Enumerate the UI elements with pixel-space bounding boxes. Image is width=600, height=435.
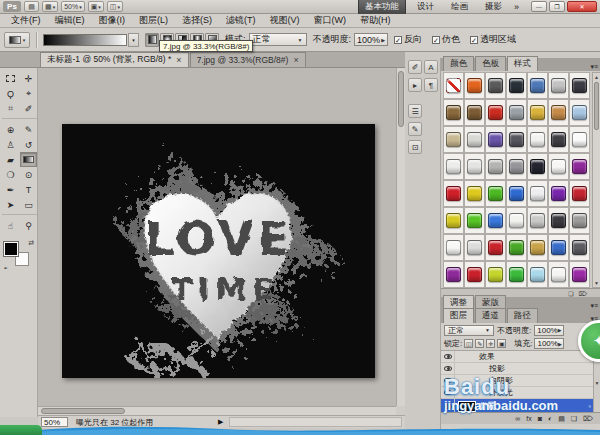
delete-style-button[interactable]: ⌦ xyxy=(579,290,587,297)
style-swatch-49[interactable] xyxy=(569,234,590,261)
style-swatch-9[interactable] xyxy=(464,99,485,126)
canvas-area[interactable]: LOVE TIME xyxy=(38,68,405,415)
menu-item-6[interactable]: 滤镜(T) xyxy=(219,14,263,27)
dock-actions-panel[interactable]: ▸ xyxy=(408,78,422,92)
adjustment-layer-button[interactable]: ◐ xyxy=(548,415,552,422)
layers-tab-3[interactable]: 路径 xyxy=(507,308,538,323)
style-swatch-30[interactable] xyxy=(464,180,485,207)
menu-item-7[interactable]: 视图(V) xyxy=(263,14,307,27)
eraser-tool[interactable]: ▰ xyxy=(2,152,19,167)
new-style-button[interactable]: ❏ xyxy=(568,290,573,297)
restore-button[interactable]: ❐ xyxy=(549,1,565,12)
close-tab-icon[interactable]: × xyxy=(293,55,298,65)
style-swatch-21[interactable] xyxy=(569,126,590,153)
style-swatch-39[interactable] xyxy=(506,207,527,234)
workspace-button-3[interactable]: 绘画 xyxy=(445,0,474,14)
blend-mode-select[interactable]: 正常▼ xyxy=(249,33,307,46)
layers-blend-mode-select[interactable]: 正常▼ xyxy=(444,325,494,336)
style-swatch-25[interactable] xyxy=(506,153,527,180)
style-swatch-13[interactable] xyxy=(548,99,569,126)
style-swatch-42[interactable] xyxy=(569,207,590,234)
eyedropper-tool[interactable]: ✐ xyxy=(20,101,37,116)
styles-tab-1[interactable]: 颜色 xyxy=(443,56,474,71)
styles-tab-2[interactable]: 色板 xyxy=(475,56,506,71)
style-swatch-11[interactable] xyxy=(506,99,527,126)
style-swatch-53[interactable] xyxy=(506,261,527,288)
visibility-toggle[interactable] xyxy=(441,363,455,374)
menu-item-2[interactable]: 编辑(E) xyxy=(48,14,92,27)
style-swatch-28[interactable] xyxy=(569,153,590,180)
lock-icon-4[interactable]: ▣ xyxy=(497,339,506,348)
style-swatch-40[interactable] xyxy=(527,207,548,234)
style-swatch-48[interactable] xyxy=(548,234,569,261)
vertical-scroll-thumb[interactable] xyxy=(398,71,404,127)
close-button[interactable]: ✕ xyxy=(567,1,597,12)
add-mask-button[interactable]: ◙ xyxy=(538,415,542,422)
style-swatch-23[interactable] xyxy=(464,153,485,180)
style-swatch-43[interactable] xyxy=(443,234,464,261)
linear-gradient-button[interactable] xyxy=(145,33,159,47)
style-swatch-24[interactable] xyxy=(485,153,506,180)
scroll-down-icon[interactable]: ▼ xyxy=(593,280,600,286)
style-swatch-14[interactable] xyxy=(569,99,590,126)
fill-input[interactable]: 100%▶ xyxy=(534,338,564,349)
style-swatch-18[interactable] xyxy=(506,126,527,153)
style-swatch-47[interactable] xyxy=(527,234,548,261)
crop-tool[interactable]: ⌗ xyxy=(2,101,19,116)
style-swatch-38[interactable] xyxy=(485,207,506,234)
vertical-scrollbar[interactable] xyxy=(396,68,405,406)
foreground-color-swatch[interactable] xyxy=(4,242,18,256)
blur-tool[interactable]: ❍ xyxy=(2,167,19,182)
style-swatch-55[interactable] xyxy=(548,261,569,288)
checkbox-option-1[interactable]: ✓反向 xyxy=(394,33,422,46)
document-tab-2[interactable]: 7.jpg @ 33.3%(RGB/8#)× xyxy=(190,52,306,67)
style-swatch-17[interactable] xyxy=(485,126,506,153)
path-selection-tool[interactable]: ➤ xyxy=(2,197,19,212)
menu-item-9[interactable]: 帮助(H) xyxy=(353,14,398,27)
delete-layer-button[interactable]: ⌦ xyxy=(583,415,593,423)
styles-scroll-thumb[interactable] xyxy=(594,82,599,130)
style-swatch-34[interactable] xyxy=(548,180,569,207)
close-tab-icon[interactable]: × xyxy=(176,55,181,65)
move-tool[interactable]: ✛ xyxy=(20,71,37,86)
style-swatch-27[interactable] xyxy=(548,153,569,180)
gradient-picker-arrow[interactable]: ▾ xyxy=(128,33,139,47)
document-canvas[interactable]: LOVE TIME xyxy=(62,124,375,378)
style-swatch-36[interactable] xyxy=(443,207,464,234)
dock-paragraph-panel[interactable]: ¶ xyxy=(424,78,438,92)
menu-item-1[interactable]: 文件(F) xyxy=(4,14,48,27)
checkbox-option-2[interactable]: ✓仿色 xyxy=(432,33,460,46)
bridge-icon[interactable]: ▤ xyxy=(24,1,39,12)
brush-tool[interactable]: ✎ xyxy=(20,122,37,137)
style-swatch-8[interactable] xyxy=(443,99,464,126)
style-swatch-41[interactable] xyxy=(548,207,569,234)
layers-opacity-input[interactable]: 100%▶ xyxy=(534,325,564,336)
lock-icon-2[interactable]: ✎ xyxy=(475,339,484,348)
style-swatch-19[interactable] xyxy=(527,126,548,153)
style-swatch-54[interactable] xyxy=(527,261,548,288)
style-swatch-26[interactable] xyxy=(527,153,548,180)
menu-item-5[interactable]: 选择(S) xyxy=(175,14,219,27)
dock-brush-presets-panel[interactable]: ✎ xyxy=(408,122,422,136)
horizontal-scroll-thumb[interactable] xyxy=(41,408,125,414)
workspace-button-1[interactable]: 基本功能 xyxy=(358,0,406,15)
dodge-tool[interactable]: ⊙ xyxy=(20,167,37,182)
swap-colors-icon[interactable]: ⇄ xyxy=(28,239,34,247)
zoom-level-dropdown[interactable]: 50%▾ xyxy=(61,1,85,12)
document-tab-1[interactable]: 未标题-1 @ 50% (背景, RGB/8) *× xyxy=(40,52,189,67)
style-swatch-10[interactable] xyxy=(485,99,506,126)
style-swatch-7[interactable] xyxy=(569,72,590,99)
workspace-more-button[interactable]: » xyxy=(511,2,522,12)
style-swatch-46[interactable] xyxy=(506,234,527,261)
style-swatch-44[interactable] xyxy=(464,234,485,261)
scroll-up-icon[interactable]: ▲ xyxy=(593,74,600,80)
tool-preset-picker[interactable]: ▾ xyxy=(4,32,30,48)
styles-tab-3[interactable]: 样式 xyxy=(507,56,538,71)
new-group-button[interactable]: ▤ xyxy=(558,415,565,423)
style-swatch-5[interactable] xyxy=(527,72,548,99)
menu-item-4[interactable]: 图层(L) xyxy=(132,14,175,27)
type-tool[interactable]: T xyxy=(20,182,37,197)
style-swatch-22[interactable] xyxy=(443,153,464,180)
new-layer-button[interactable]: ❏ xyxy=(571,415,577,423)
lock-icon-1[interactable]: ◫ xyxy=(464,339,473,348)
